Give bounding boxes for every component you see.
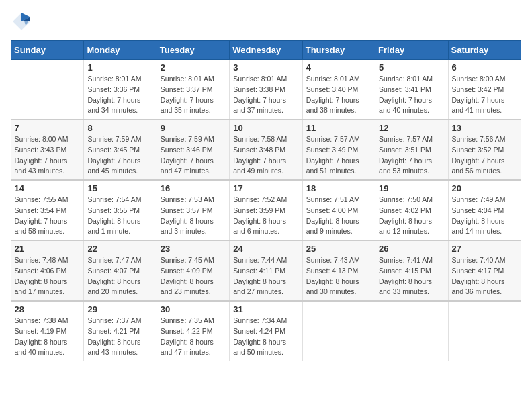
day-number: 30: [161, 304, 226, 314]
calendar-cell: 20Sunrise: 7:49 AMSunset: 4:04 PMDayligh…: [448, 180, 521, 240]
day-info: Sunrise: 7:48 AMSunset: 4:06 PMDaylight:…: [15, 255, 81, 298]
day-number: 5: [379, 62, 444, 73]
day-number: 8: [87, 123, 152, 133]
day-number: 11: [306, 123, 371, 133]
day-number: 14: [15, 183, 81, 193]
day-info: Sunrise: 8:01 AMSunset: 3:38 PMDaylight:…: [233, 74, 298, 116]
week-row: 14Sunrise: 7:55 AMSunset: 3:54 PMDayligh…: [11, 180, 521, 240]
day-number: 7: [15, 123, 81, 133]
day-info: Sunrise: 8:01 AMSunset: 3:41 PMDaylight:…: [379, 74, 444, 116]
day-info: Sunrise: 7:51 AMSunset: 4:00 PMDaylight:…: [306, 195, 371, 237]
calendar-cell: 9Sunrise: 7:59 AMSunset: 3:46 PMDaylight…: [157, 120, 229, 180]
calendar-cell: 16Sunrise: 7:53 AMSunset: 3:57 PMDayligh…: [157, 180, 229, 240]
day-info: Sunrise: 8:01 AMSunset: 3:37 PMDaylight:…: [161, 74, 226, 116]
day-number: 18: [306, 183, 371, 193]
calendar-cell: 18Sunrise: 7:51 AMSunset: 4:00 PMDayligh…: [302, 180, 375, 240]
day-number: 28: [15, 304, 81, 314]
day-number: 31: [233, 304, 298, 314]
day-number: 13: [452, 123, 518, 133]
day-info: Sunrise: 7:59 AMSunset: 3:46 PMDaylight:…: [161, 134, 226, 177]
day-info: Sunrise: 7:47 AMSunset: 4:07 PMDaylight:…: [87, 255, 152, 298]
calendar-cell: 5Sunrise: 8:01 AMSunset: 3:41 PMDaylight…: [375, 60, 448, 120]
day-number: 19: [379, 183, 444, 193]
calendar-header-row: SundayMondayTuesdayWednesdayThursdayFrid…: [11, 41, 521, 60]
day-info: Sunrise: 7:53 AMSunset: 3:57 PMDaylight:…: [161, 195, 226, 237]
day-info: Sunrise: 7:44 AMSunset: 4:11 PMDaylight:…: [233, 255, 298, 298]
day-info: Sunrise: 7:45 AMSunset: 4:09 PMDaylight:…: [161, 255, 226, 298]
day-of-week-header: Tuesday: [157, 41, 229, 60]
calendar-cell: 15Sunrise: 7:54 AMSunset: 3:55 PMDayligh…: [84, 180, 157, 240]
day-info: Sunrise: 8:00 AMSunset: 3:43 PMDaylight:…: [15, 134, 81, 177]
day-info: Sunrise: 7:56 AMSunset: 3:52 PMDaylight:…: [452, 134, 518, 177]
calendar-cell: 11Sunrise: 7:57 AMSunset: 3:49 PMDayligh…: [302, 120, 375, 180]
calendar-cell: 13Sunrise: 7:56 AMSunset: 3:52 PMDayligh…: [448, 120, 521, 180]
calendar-cell: 6Sunrise: 8:00 AMSunset: 3:42 PMDaylight…: [448, 60, 521, 120]
week-row: 7Sunrise: 8:00 AMSunset: 3:43 PMDaylight…: [11, 120, 521, 180]
calendar-cell: 10Sunrise: 7:58 AMSunset: 3:48 PMDayligh…: [230, 120, 302, 180]
calendar-cell: [448, 301, 521, 361]
day-number: 25: [306, 244, 371, 254]
day-info: Sunrise: 7:40 AMSunset: 4:17 PMDaylight:…: [452, 255, 518, 298]
calendar-cell: 23Sunrise: 7:45 AMSunset: 4:09 PMDayligh…: [157, 240, 229, 301]
calendar-cell: 3Sunrise: 8:01 AMSunset: 3:38 PMDaylight…: [230, 60, 302, 120]
calendar-cell: 14Sunrise: 7:55 AMSunset: 3:54 PMDayligh…: [11, 180, 84, 240]
day-of-week-header: Saturday: [448, 41, 521, 60]
day-number: 3: [233, 62, 298, 73]
day-info: Sunrise: 7:58 AMSunset: 3:48 PMDaylight:…: [233, 134, 298, 177]
calendar-cell: 4Sunrise: 8:01 AMSunset: 3:40 PMDaylight…: [302, 60, 375, 120]
day-info: Sunrise: 7:52 AMSunset: 3:59 PMDaylight:…: [233, 195, 298, 237]
calendar-cell: 25Sunrise: 7:43 AMSunset: 4:13 PMDayligh…: [302, 240, 375, 301]
day-number: 24: [233, 244, 298, 254]
day-info: Sunrise: 7:34 AMSunset: 4:24 PMDaylight:…: [233, 316, 298, 358]
calendar-cell: 28Sunrise: 7:38 AMSunset: 4:19 PMDayligh…: [11, 301, 84, 361]
day-info: Sunrise: 7:38 AMSunset: 4:19 PMDaylight:…: [15, 316, 81, 358]
calendar-cell: 30Sunrise: 7:35 AMSunset: 4:22 PMDayligh…: [157, 301, 229, 361]
calendar-cell: 27Sunrise: 7:40 AMSunset: 4:17 PMDayligh…: [448, 240, 521, 301]
calendar-cell: 21Sunrise: 7:48 AMSunset: 4:06 PMDayligh…: [11, 240, 84, 301]
calendar-cell: [302, 301, 375, 361]
calendar-cell: 2Sunrise: 8:01 AMSunset: 3:37 PMDaylight…: [157, 60, 229, 120]
calendar-cell: 19Sunrise: 7:50 AMSunset: 4:02 PMDayligh…: [375, 180, 448, 240]
day-info: Sunrise: 7:41 AMSunset: 4:15 PMDaylight:…: [379, 255, 444, 298]
day-info: Sunrise: 8:01 AMSunset: 3:36 PMDaylight:…: [87, 74, 152, 116]
day-info: Sunrise: 7:57 AMSunset: 3:51 PMDaylight:…: [379, 134, 444, 177]
day-number: 29: [87, 304, 152, 314]
day-of-week-header: Friday: [375, 41, 448, 60]
day-number: 9: [161, 123, 226, 133]
logo: [11, 11, 35, 32]
day-info: Sunrise: 7:50 AMSunset: 4:02 PMDaylight:…: [379, 195, 444, 237]
day-number: 17: [233, 183, 298, 193]
day-of-week-header: Sunday: [11, 41, 84, 60]
calendar-cell: 7Sunrise: 8:00 AMSunset: 3:43 PMDaylight…: [11, 120, 84, 180]
calendar-cell: 8Sunrise: 7:59 AMSunset: 3:45 PMDaylight…: [84, 120, 157, 180]
day-info: Sunrise: 7:55 AMSunset: 3:54 PMDaylight:…: [15, 195, 81, 237]
day-number: 10: [233, 123, 298, 133]
calendar-cell: 26Sunrise: 7:41 AMSunset: 4:15 PMDayligh…: [375, 240, 448, 301]
day-of-week-header: Thursday: [302, 41, 375, 60]
calendar-cell: 1Sunrise: 8:01 AMSunset: 3:36 PMDaylight…: [84, 60, 157, 120]
day-number: 21: [15, 244, 81, 254]
day-number: 4: [306, 62, 371, 73]
day-number: 2: [161, 62, 226, 73]
day-number: 20: [452, 183, 518, 193]
day-info: Sunrise: 8:01 AMSunset: 3:40 PMDaylight:…: [306, 74, 371, 116]
day-number: 23: [161, 244, 226, 254]
calendar-cell: 31Sunrise: 7:34 AMSunset: 4:24 PMDayligh…: [230, 301, 302, 361]
week-row: 28Sunrise: 7:38 AMSunset: 4:19 PMDayligh…: [11, 301, 521, 361]
day-info: Sunrise: 7:57 AMSunset: 3:49 PMDaylight:…: [306, 134, 371, 177]
day-info: Sunrise: 7:37 AMSunset: 4:21 PMDaylight:…: [87, 316, 152, 358]
calendar-cell: 29Sunrise: 7:37 AMSunset: 4:21 PMDayligh…: [84, 301, 157, 361]
day-of-week-header: Monday: [84, 41, 157, 60]
page-header: [11, 11, 521, 32]
calendar-cell: 22Sunrise: 7:47 AMSunset: 4:07 PMDayligh…: [84, 240, 157, 301]
calendar-cell: 17Sunrise: 7:52 AMSunset: 3:59 PMDayligh…: [230, 180, 302, 240]
day-info: Sunrise: 7:43 AMSunset: 4:13 PMDaylight:…: [306, 255, 371, 298]
week-row: 21Sunrise: 7:48 AMSunset: 4:06 PMDayligh…: [11, 240, 521, 301]
day-info: Sunrise: 7:49 AMSunset: 4:04 PMDaylight:…: [452, 195, 518, 237]
calendar-cell: [11, 60, 84, 120]
day-number: 27: [452, 244, 518, 254]
day-number: 22: [87, 244, 152, 254]
day-number: 26: [379, 244, 444, 254]
day-info: Sunrise: 7:59 AMSunset: 3:45 PMDaylight:…: [87, 134, 152, 177]
calendar-cell: 12Sunrise: 7:57 AMSunset: 3:51 PMDayligh…: [375, 120, 448, 180]
